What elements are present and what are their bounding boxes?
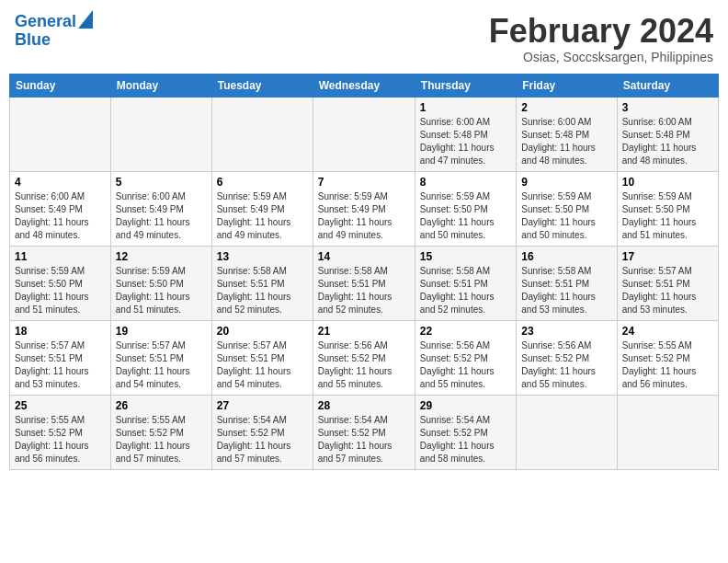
day-info: Sunrise: 5:56 AM Sunset: 5:52 PM Dayligh… — [318, 339, 410, 391]
calendar-cell: 21Sunrise: 5:56 AM Sunset: 5:52 PM Dayli… — [313, 320, 415, 395]
logo-triangle-icon — [78, 10, 93, 29]
calendar-cell: 9Sunrise: 5:59 AM Sunset: 5:50 PM Daylig… — [517, 171, 617, 246]
logo: General Blue — [15, 13, 93, 50]
calendar-cell: 1Sunrise: 6:00 AM Sunset: 5:48 PM Daylig… — [415, 97, 516, 171]
day-info: Sunrise: 5:59 AM Sunset: 5:49 PM Dayligh… — [318, 190, 410, 242]
calendar-body: 1Sunrise: 6:00 AM Sunset: 5:48 PM Daylig… — [10, 97, 719, 469]
calendar-cell — [211, 97, 313, 171]
calendar-subtitle: Osias, Soccsksargen, Philippines — [489, 50, 713, 64]
day-info: Sunrise: 5:59 AM Sunset: 5:49 PM Dayligh… — [217, 190, 308, 242]
day-info: Sunrise: 5:55 AM Sunset: 5:52 PM Dayligh… — [116, 414, 207, 465]
day-number: 3 — [622, 101, 713, 114]
day-info: Sunrise: 5:58 AM Sunset: 5:51 PM Dayligh… — [521, 265, 611, 316]
calendar-cell: 15Sunrise: 5:58 AM Sunset: 5:51 PM Dayli… — [415, 246, 516, 320]
calendar-cell: 10Sunrise: 5:59 AM Sunset: 5:50 PM Dayli… — [617, 171, 718, 246]
day-info: Sunrise: 5:57 AM Sunset: 5:51 PM Dayligh… — [116, 339, 207, 391]
day-number: 29 — [420, 399, 511, 412]
calendar-cell: 4Sunrise: 6:00 AM Sunset: 5:49 PM Daylig… — [10, 171, 111, 246]
calendar-cell: 16Sunrise: 5:58 AM Sunset: 5:51 PM Dayli… — [517, 246, 617, 320]
calendar-cell: 18Sunrise: 5:57 AM Sunset: 5:51 PM Dayli… — [10, 320, 111, 395]
day-number: 26 — [116, 399, 207, 412]
day-number: 12 — [116, 250, 207, 263]
day-number: 23 — [521, 325, 611, 338]
day-number: 2 — [521, 101, 611, 114]
day-number: 24 — [622, 325, 713, 338]
calendar-cell: 17Sunrise: 5:57 AM Sunset: 5:51 PM Dayli… — [617, 246, 718, 320]
logo-text-blue: Blue — [15, 31, 51, 50]
day-info: Sunrise: 5:59 AM Sunset: 5:50 PM Dayligh… — [116, 265, 207, 316]
calendar-cell: 24Sunrise: 5:55 AM Sunset: 5:52 PM Dayli… — [617, 320, 718, 395]
day-info: Sunrise: 5:55 AM Sunset: 5:52 PM Dayligh… — [15, 414, 106, 465]
weekday-header-sunday: Sunday — [10, 74, 111, 97]
day-number: 27 — [217, 399, 308, 412]
day-info: Sunrise: 6:00 AM Sunset: 5:48 PM Dayligh… — [622, 116, 713, 167]
weekday-header-monday: Monday — [110, 74, 211, 97]
day-number: 25 — [15, 399, 106, 412]
calendar-cell — [617, 395, 718, 469]
calendar-cell — [10, 97, 111, 171]
title-block: February 2024 Osias, Soccsksargen, Phili… — [489, 13, 713, 64]
day-info: Sunrise: 6:00 AM Sunset: 5:48 PM Dayligh… — [521, 116, 611, 167]
weekday-header-thursday: Thursday — [415, 74, 516, 97]
calendar-title: February 2024 — [489, 13, 713, 50]
day-info: Sunrise: 5:54 AM Sunset: 5:52 PM Dayligh… — [318, 414, 410, 465]
weekday-header-friday: Friday — [517, 74, 617, 97]
calendar-cell: 6Sunrise: 5:59 AM Sunset: 5:49 PM Daylig… — [211, 171, 313, 246]
day-number: 7 — [318, 176, 410, 189]
day-info: Sunrise: 5:58 AM Sunset: 5:51 PM Dayligh… — [420, 265, 511, 316]
day-number: 19 — [116, 325, 207, 338]
day-number: 13 — [217, 250, 308, 263]
day-number: 20 — [217, 325, 308, 338]
calendar-cell: 23Sunrise: 5:56 AM Sunset: 5:52 PM Dayli… — [517, 320, 617, 395]
calendar-cell: 8Sunrise: 5:59 AM Sunset: 5:50 PM Daylig… — [415, 171, 516, 246]
day-info: Sunrise: 6:00 AM Sunset: 5:49 PM Dayligh… — [15, 190, 106, 242]
day-info: Sunrise: 5:54 AM Sunset: 5:52 PM Dayligh… — [420, 414, 511, 465]
day-info: Sunrise: 5:59 AM Sunset: 5:50 PM Dayligh… — [521, 190, 611, 242]
calendar-cell: 20Sunrise: 5:57 AM Sunset: 5:51 PM Dayli… — [211, 320, 313, 395]
page-header: General Blue February 2024 Osias, Soccsk… — [9, 9, 719, 68]
logo-text: General — [15, 13, 76, 31]
day-number: 28 — [318, 399, 410, 412]
calendar-cell: 22Sunrise: 5:56 AM Sunset: 5:52 PM Dayli… — [415, 320, 516, 395]
day-info: Sunrise: 5:59 AM Sunset: 5:50 PM Dayligh… — [15, 265, 106, 316]
calendar-cell: 12Sunrise: 5:59 AM Sunset: 5:50 PM Dayli… — [110, 246, 211, 320]
calendar-cell: 26Sunrise: 5:55 AM Sunset: 5:52 PM Dayli… — [110, 395, 211, 469]
calendar-cell — [517, 395, 617, 469]
calendar-cell: 14Sunrise: 5:58 AM Sunset: 5:51 PM Dayli… — [313, 246, 415, 320]
day-number: 4 — [15, 176, 106, 189]
calendar-cell: 28Sunrise: 5:54 AM Sunset: 5:52 PM Dayli… — [313, 395, 415, 469]
calendar-cell: 13Sunrise: 5:58 AM Sunset: 5:51 PM Dayli… — [211, 246, 313, 320]
day-number: 18 — [15, 325, 106, 338]
day-number: 16 — [521, 250, 611, 263]
day-number: 11 — [15, 250, 106, 263]
weekday-header-wednesday: Wednesday — [313, 74, 415, 97]
day-info: Sunrise: 5:57 AM Sunset: 5:51 PM Dayligh… — [15, 339, 106, 391]
day-info: Sunrise: 5:59 AM Sunset: 5:50 PM Dayligh… — [622, 190, 713, 242]
day-info: Sunrise: 5:58 AM Sunset: 5:51 PM Dayligh… — [217, 265, 308, 316]
day-number: 1 — [420, 101, 511, 114]
calendar-cell: 3Sunrise: 6:00 AM Sunset: 5:48 PM Daylig… — [617, 97, 718, 171]
day-number: 15 — [420, 250, 511, 263]
calendar-week-5: 25Sunrise: 5:55 AM Sunset: 5:52 PM Dayli… — [10, 395, 719, 469]
day-info: Sunrise: 5:59 AM Sunset: 5:50 PM Dayligh… — [420, 190, 511, 242]
day-number: 22 — [420, 325, 511, 338]
day-info: Sunrise: 6:00 AM Sunset: 5:48 PM Dayligh… — [420, 116, 511, 167]
weekday-row: SundayMondayTuesdayWednesdayThursdayFrid… — [10, 74, 719, 97]
calendar-cell: 2Sunrise: 6:00 AM Sunset: 5:48 PM Daylig… — [517, 97, 617, 171]
day-info: Sunrise: 5:54 AM Sunset: 5:52 PM Dayligh… — [217, 414, 308, 465]
calendar-table: SundayMondayTuesdayWednesdayThursdayFrid… — [9, 74, 719, 470]
calendar-cell: 27Sunrise: 5:54 AM Sunset: 5:52 PM Dayli… — [211, 395, 313, 469]
day-info: Sunrise: 5:58 AM Sunset: 5:51 PM Dayligh… — [318, 265, 410, 316]
calendar-cell: 11Sunrise: 5:59 AM Sunset: 5:50 PM Dayli… — [10, 246, 111, 320]
svg-marker-0 — [78, 10, 93, 29]
weekday-header-tuesday: Tuesday — [211, 74, 313, 97]
day-number: 8 — [420, 176, 511, 189]
weekday-header-saturday: Saturday — [617, 74, 718, 97]
calendar-cell — [313, 97, 415, 171]
day-info: Sunrise: 5:56 AM Sunset: 5:52 PM Dayligh… — [521, 339, 611, 391]
day-info: Sunrise: 5:57 AM Sunset: 5:51 PM Dayligh… — [217, 339, 308, 391]
day-number: 5 — [116, 176, 207, 189]
calendar-cell: 5Sunrise: 6:00 AM Sunset: 5:49 PM Daylig… — [110, 171, 211, 246]
calendar-week-2: 4Sunrise: 6:00 AM Sunset: 5:49 PM Daylig… — [10, 171, 719, 246]
day-info: Sunrise: 5:57 AM Sunset: 5:51 PM Dayligh… — [622, 265, 713, 316]
